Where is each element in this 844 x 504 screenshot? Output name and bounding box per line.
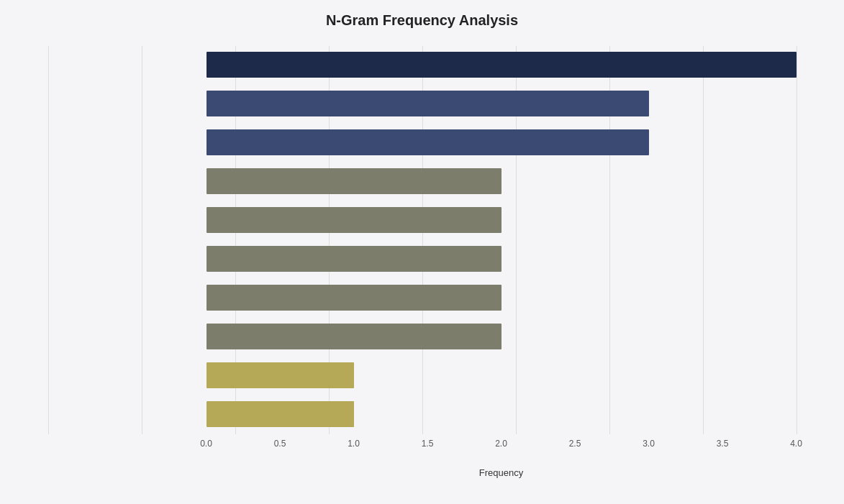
bar-0 [207, 52, 797, 78]
x-tick: 2.0 [495, 439, 507, 449]
x-tick: 2.5 [569, 439, 581, 449]
bar-row: security centre ncsc [207, 124, 797, 161]
bar-8 [207, 362, 354, 388]
bar-row: today cisain partnership [207, 395, 797, 433]
chart-area: cyber security centrenational cyber secu… [48, 46, 797, 478]
x-axis-label: Frequency [48, 467, 797, 478]
x-tick: 4.0 [790, 439, 802, 449]
x-tick: 0.5 [274, 439, 286, 449]
bar-2 [207, 129, 649, 155]
bar-row: choose secure verifiable [207, 162, 797, 200]
bar-7 [207, 324, 502, 349]
x-tick: 0.0 [200, 439, 212, 449]
bar-row: secure design principles [207, 279, 797, 316]
bar-9 [207, 401, 354, 427]
chart-container: N-Gram Frequency Analysis cyber security… [27, 0, 818, 504]
x-tick: 3.5 [717, 439, 729, 449]
bar-row: cyber security centre [207, 46, 797, 83]
bar-3 [207, 168, 502, 194]
bar-row: hash today cisain [207, 357, 797, 394]
bar-row: design principles practice [207, 318, 797, 355]
grid-and-bars: cyber security centrenational cyber secu… [48, 46, 797, 434]
bar-row: national cyber security [207, 85, 797, 122]
x-tick: 1.0 [348, 439, 360, 449]
bar-4 [207, 207, 502, 233]
x-tick: 3.0 [643, 439, 655, 449]
bar-1 [207, 91, 649, 116]
bar-row: secure verifiable technologies [207, 201, 797, 239]
bar-6 [207, 285, 502, 311]
x-tick: 1.5 [422, 439, 434, 449]
bar-row: digital products service [207, 240, 797, 278]
chart-title: N-Gram Frequency Analysis [48, 12, 797, 29]
bar-5 [207, 246, 502, 272]
x-axis: 0.00.51.01.52.02.53.03.54.0 [48, 439, 797, 453]
